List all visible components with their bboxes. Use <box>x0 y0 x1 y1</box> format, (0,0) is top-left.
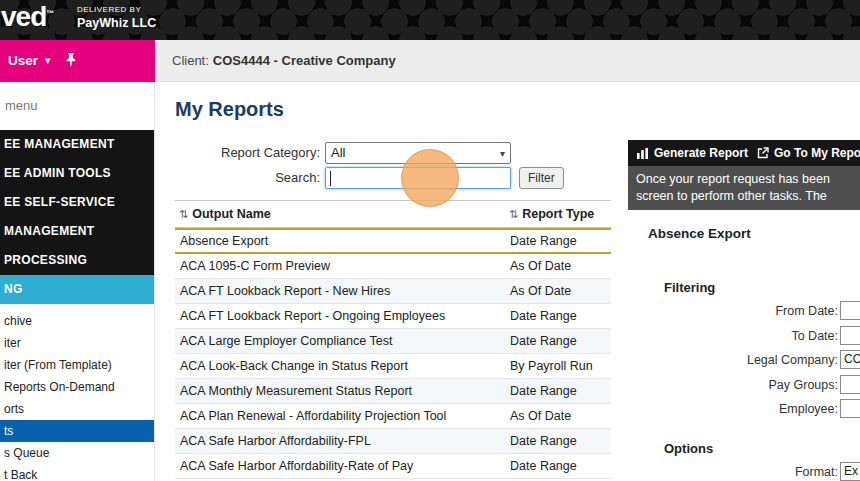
chevron-down-icon: ▾ <box>500 144 505 164</box>
table-row[interactable]: ACA Look-Back Change in Status Report By… <box>175 354 611 379</box>
to-date-label: To Date: <box>791 329 838 343</box>
user-menu[interactable]: User ▾ <box>0 40 155 82</box>
options-heading: Options <box>664 441 713 456</box>
table-row[interactable]: ACA Large Employer Compliance Test Date … <box>175 329 611 354</box>
chevron-down-icon: ▾ <box>45 54 51 67</box>
filtering-heading: Filtering <box>664 280 715 295</box>
to-date-input[interactable] <box>840 326 860 345</box>
column-header-label: Output Name <box>192 207 270 221</box>
sidebar-section-employee-management[interactable]: EE MANAGEMENT <box>0 130 154 159</box>
bar-chart-icon <box>637 148 649 159</box>
sidebar-section-employee-admin-tools[interactable]: EE ADMIN TOOLS <box>0 159 154 188</box>
sort-icon: ⇅ <box>179 208 188 220</box>
generate-report-button[interactable]: Generate Report <box>637 146 748 160</box>
column-header-output-name[interactable]: ⇅Output Name <box>175 207 505 221</box>
filtering-fields: From Date: To Date: Legal Company: CO Pa… <box>628 300 860 423</box>
report-name: ACA FT Lookback Report - Ongoing Employe… <box>175 309 505 323</box>
top-brand-bar: ved™ DELIVERED BY PayWhiz LLC <box>0 0 860 40</box>
go-to-my-reports-queue-label: Go To My Repo <box>774 146 860 160</box>
sidebar-section-management[interactable]: MANAGEMENT <box>0 217 154 246</box>
legal-company-select[interactable]: CO <box>840 350 860 369</box>
report-name: ACA Monthly Measurement Status Report <box>175 384 505 398</box>
app-logo: ved™ <box>1 1 54 33</box>
report-name: ACA Safe Harbor Affordability-FPL <box>175 434 505 448</box>
table-row[interactable]: ACA 1095-C Form Preview As Of Date <box>175 254 611 279</box>
report-name: Absence Export <box>175 234 505 248</box>
reports-table: ⇅Output Name ⇅Report Type Absence Export… <box>175 200 611 479</box>
field-row: To Date: <box>628 325 860 350</box>
report-category-label: Report Category: <box>156 142 320 164</box>
column-header-report-type[interactable]: ⇅Report Type <box>505 207 611 221</box>
delivered-by-label: DELIVERED BY <box>77 6 156 14</box>
go-to-my-reports-queue-button[interactable]: Go To My Repo <box>757 146 860 160</box>
pay-groups-input[interactable] <box>840 375 860 394</box>
table-row[interactable]: ACA Plan Renewal - Affordability Project… <box>175 404 611 429</box>
info-message-line2: screen to perform other tasks. The <box>636 188 860 205</box>
legal-company-value: CO <box>844 352 860 366</box>
partner-name: PayWhiz LLC <box>77 17 156 30</box>
column-header-label: Report Type <box>522 207 594 221</box>
employee-input[interactable] <box>840 399 860 418</box>
report-name: ACA 1095-C Form Preview <box>175 259 505 273</box>
field-row: Format: Ex <box>628 461 860 481</box>
pin-icon[interactable] <box>64 53 77 71</box>
format-value: Ex <box>844 464 858 478</box>
field-row: Pay Groups: <box>628 374 860 399</box>
user-menu-label: User <box>8 53 38 68</box>
field-row: From Date: <box>628 300 860 325</box>
sidebar-item-report-writer[interactable]: iter <box>0 332 154 354</box>
report-type: Date Range <box>505 334 611 348</box>
filter-button[interactable]: Filter <box>519 167 564 189</box>
sidebar-item-archive[interactable]: chive <box>0 310 154 332</box>
report-name: ACA Look-Back Change in Status Report <box>175 359 505 373</box>
report-type: As Of Date <box>505 284 611 298</box>
page-title: My Reports <box>175 98 284 121</box>
client-label: Client: <box>172 53 209 68</box>
sidebar-item-my-reports[interactable]: ts <box>0 420 154 442</box>
from-date-label: From Date: <box>775 304 838 318</box>
report-name: ACA Large Employer Compliance Test <box>175 334 505 348</box>
search-input[interactable] <box>325 167 511 189</box>
report-name: ACA Plan Renewal - Affordability Project… <box>175 409 505 423</box>
sidebar-section-processing[interactable]: PROCESSING <box>0 246 154 275</box>
sidebar-sections: EE MANAGEMENT EE ADMIN TOOLS EE SELF-SER… <box>0 130 154 304</box>
selected-report-title: Absence Export <box>648 226 751 241</box>
client-bar: Client:COS4444 - Creative Company <box>155 40 860 82</box>
format-select[interactable]: Ex <box>840 462 860 481</box>
pay-groups-label: Pay Groups: <box>769 378 838 392</box>
table-row[interactable]: ACA FT Lookback Report - New Hires As Of… <box>175 279 611 304</box>
sort-icon: ⇅ <box>509 208 518 220</box>
info-message-line1: Once your report request has been <box>636 171 860 188</box>
table-row[interactable]: ACA Monthly Measurement Status Report Da… <box>175 379 611 404</box>
delivered-by-block: DELIVERED BY PayWhiz LLC <box>77 6 156 30</box>
sidebar-section-reporting[interactable]: NG <box>0 275 154 304</box>
sidebar-section-employee-self-service[interactable]: EE SELF-SERVICE <box>0 188 154 217</box>
menu-toggle[interactable]: menu <box>0 82 154 130</box>
from-date-input[interactable] <box>840 301 860 320</box>
sidebar-subitems: chive iter iter (From Template) Reports … <box>0 310 154 481</box>
field-row: Employee: <box>628 398 860 423</box>
sidebar-item-report-writer-from-template[interactable]: iter (From Template) <box>0 354 154 376</box>
table-row[interactable]: Absence Export Date Range <box>175 228 611 254</box>
report-type: Date Range <box>505 384 611 398</box>
table-row[interactable]: ACA Safe Harbor Affordability-FPL Date R… <box>175 429 611 454</box>
table-row[interactable]: ACA Safe Harbor Affordability-Rate of Pa… <box>175 454 611 479</box>
format-label: Format: <box>795 465 838 479</box>
go-to-icon <box>757 147 769 159</box>
sidebar-item-print-back[interactable]: t Back <box>0 464 154 481</box>
table-header-row: ⇅Output Name ⇅Report Type <box>175 200 611 228</box>
report-name: ACA Safe Harbor Affordability-Rate of Pa… <box>175 459 505 473</box>
client-value: COS4444 - Creative Company <box>213 53 396 68</box>
employee-label: Employee: <box>779 402 838 416</box>
report-category-value: All <box>331 145 345 160</box>
text-cursor <box>330 171 331 186</box>
report-type: Date Range <box>505 309 611 323</box>
sidebar-item-reports-on-demand[interactable]: Reports On-Demand <box>0 376 154 398</box>
table-row[interactable]: ACA FT Lookback Report - Ongoing Employe… <box>175 304 611 329</box>
trademark-mark: ™ <box>46 9 54 18</box>
report-category-select[interactable]: All ▾ <box>325 142 511 164</box>
main-panel: My Reports Report Category: All ▾ Search… <box>156 82 628 481</box>
report-type: As Of Date <box>505 409 611 423</box>
sidebar-item-client-reports[interactable]: orts <box>0 398 154 420</box>
sidebar-item-reports-queue[interactable]: s Queue <box>0 442 154 464</box>
